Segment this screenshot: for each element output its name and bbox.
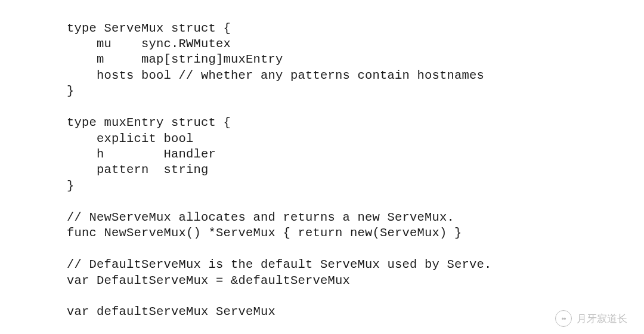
wechat-watermark: •• 月牙寂道长 xyxy=(555,310,627,327)
watermark-label: 月牙寂道长 xyxy=(577,312,627,326)
wechat-icon: •• xyxy=(555,310,572,327)
code-block: type ServeMux struct { mu sync.RWMutex m… xyxy=(67,21,492,320)
